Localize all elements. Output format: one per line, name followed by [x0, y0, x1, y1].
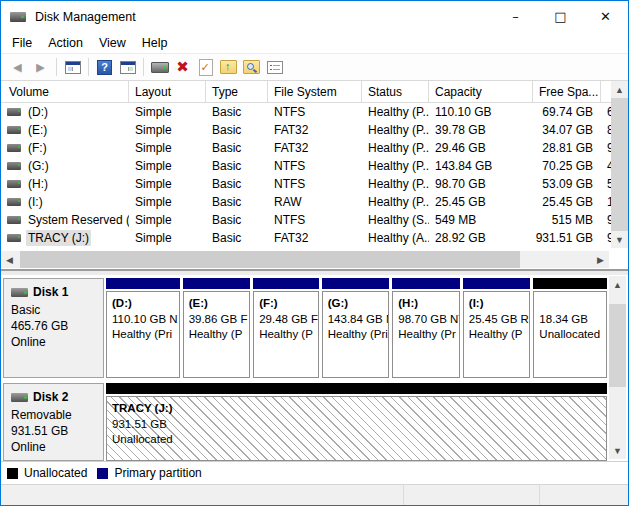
action-pane-button[interactable]: [116, 56, 139, 78]
column-header-type[interactable]: Type: [206, 81, 268, 102]
partition-label: (F:): [259, 296, 316, 312]
menu-item-help[interactable]: Help: [134, 34, 176, 52]
graphical-view: Disk 1Basic465.76 GBOnline(D:)110.10 GB …: [1, 275, 628, 461]
back-button[interactable]: [6, 56, 29, 78]
open-folder-icon: [220, 60, 237, 74]
status-cell: Healthy (S...: [362, 211, 429, 229]
partition-tracy-j[interactable]: TRACY (J:)931.51 GBUnallocated: [106, 383, 607, 461]
partition-color-bar: [106, 278, 180, 289]
scrollbar-thumb[interactable]: [611, 98, 628, 231]
action-pane-icon: [120, 61, 136, 74]
partition-color-bar: [392, 278, 460, 289]
drive-status-button[interactable]: [148, 56, 171, 78]
menu-item-file[interactable]: File: [4, 34, 40, 52]
list-vertical-scrollbar[interactable]: ▲ ▼: [611, 81, 628, 248]
table-row[interactable]: (E:)SimpleBasicFAT32Healthy (P...39.78 G…: [1, 121, 628, 139]
console-tree-button[interactable]: [61, 56, 84, 78]
status-cell: Healthy (P...: [362, 175, 429, 193]
disk-info-panel[interactable]: Disk 2Removable931.51 GBOnline: [3, 383, 104, 461]
list-horizontal-scrollbar[interactable]: ◀ ▶: [1, 251, 609, 268]
forward-icon: [34, 58, 48, 76]
partition-e[interactable]: (E:)39.86 GB FHealthy (P: [183, 278, 251, 378]
table-row[interactable]: (F:)SimpleBasicFAT32Healthy (P...29.46 G…: [1, 139, 628, 157]
partition-size: 39.86 GB F: [189, 312, 248, 328]
free-space-cell: 25.45 GB: [533, 193, 601, 211]
table-row[interactable]: (G:)SimpleBasicNTFSHealthy (P...143.84 G…: [1, 157, 628, 175]
type-cell: Basic: [206, 193, 268, 211]
delete-volume-icon: [176, 58, 189, 76]
console-tree-icon: [65, 61, 81, 74]
help-button[interactable]: [93, 56, 116, 78]
column-header-layout[interactable]: Layout: [129, 81, 206, 102]
partition-label: [539, 296, 604, 312]
check-document-button[interactable]: [194, 56, 217, 78]
percent-free-cell: 8: [601, 121, 611, 139]
capacity-cell: 98.70 GB: [429, 175, 533, 193]
scrollbar-thumb[interactable]: [609, 304, 626, 387]
disk-info-panel[interactable]: Disk 1Basic465.76 GBOnline: [3, 278, 104, 378]
percent-free-cell: 4: [601, 157, 611, 175]
check-document-icon: [199, 59, 213, 76]
partition-status: Healthy (Pri: [328, 327, 387, 343]
graphical-vertical-scrollbar[interactable]: ▲ ▼: [609, 276, 626, 459]
properties-button[interactable]: [263, 56, 286, 78]
column-header-partial[interactable]: [601, 81, 611, 102]
filesystem-cell: RAW: [268, 193, 362, 211]
type-cell: Basic: [206, 229, 268, 247]
menu-item-action[interactable]: Action: [40, 34, 91, 52]
delete-volume-button[interactable]: [171, 56, 194, 78]
volume-label: System Reserved (...: [26, 212, 129, 228]
scrollbar-thumb[interactable]: [20, 251, 520, 268]
partition-color-bar: [253, 278, 319, 289]
table-row[interactable]: (I:)SimpleBasicRAWHealthy (P...25.45 GB2…: [1, 193, 628, 211]
partition-size: 143.84 GB N: [328, 312, 387, 328]
partition-i[interactable]: (I:)25.45 GB RHealthy (P: [463, 278, 531, 378]
explore-folder-button[interactable]: [240, 56, 263, 78]
filesystem-cell: FAT32: [268, 121, 362, 139]
app-disk-icon: [10, 12, 26, 22]
toolbar: [1, 53, 628, 81]
column-header-volume[interactable]: Volume: [1, 81, 129, 102]
open-folder-button[interactable]: [217, 56, 240, 78]
scroll-left-icon[interactable]: ◀: [1, 251, 18, 268]
volume-label: (D:): [26, 104, 50, 120]
type-cell: Basic: [206, 175, 268, 193]
table-row[interactable]: System Reserved (...SimpleBasicNTFSHealt…: [1, 211, 628, 229]
partition-status: Healthy (P: [189, 327, 248, 343]
partition-h[interactable]: (H:)98.70 GB NTHealthy (Pr: [392, 278, 460, 378]
partition-body: (F:)29.48 GB FHealthy (P: [253, 291, 319, 378]
column-header-capacity[interactable]: Capacity: [429, 81, 533, 102]
partition-d[interactable]: (D:)110.10 GB NHealthy (Pri: [106, 278, 180, 378]
minimize-button[interactable]: –: [493, 1, 538, 32]
capacity-cell: 110.10 GB: [429, 103, 533, 121]
partition-label: (D:): [112, 296, 177, 312]
partition-f[interactable]: (F:)29.48 GB FHealthy (P: [253, 278, 319, 378]
scroll-down-icon[interactable]: ▼: [609, 442, 626, 459]
menu-item-view[interactable]: View: [91, 34, 134, 52]
scroll-up-icon[interactable]: ▲: [609, 276, 626, 293]
partition-size: 931.51 GB: [112, 417, 604, 433]
scroll-down-icon[interactable]: ▼: [611, 231, 628, 248]
forward-button[interactable]: [29, 56, 52, 78]
column-header-free-spa[interactable]: Free Spa...: [533, 81, 601, 102]
table-row[interactable]: (D:)SimpleBasicNTFSHealthy (P...110.10 G…: [1, 103, 628, 121]
layout-cell: Simple: [129, 103, 206, 121]
scroll-up-icon[interactable]: ▲: [611, 81, 628, 98]
free-space-cell: 931.51 GB: [533, 229, 601, 247]
column-header-status[interactable]: Status: [362, 81, 429, 102]
partition-strip: TRACY (J:)931.51 GBUnallocated: [106, 383, 607, 461]
capacity-cell: 29.46 GB: [429, 139, 533, 157]
table-row[interactable]: TRACY (J:)SimpleBasicFAT32Healthy (A...2…: [1, 229, 628, 247]
scroll-right-icon[interactable]: ▶: [592, 251, 609, 268]
close-button[interactable]: ✕: [583, 1, 628, 32]
free-space-cell: 28.81 GB: [533, 139, 601, 157]
partition-g[interactable]: (G:)143.84 GB NHealthy (Pri: [322, 278, 390, 378]
column-header-file-system[interactable]: File System: [268, 81, 362, 102]
layout-cell: Simple: [129, 193, 206, 211]
disk-name: Disk 1: [11, 284, 103, 300]
table-row[interactable]: (H:)SimpleBasicNTFSHealthy (P...98.70 GB…: [1, 175, 628, 193]
window-controls: – □ ✕: [493, 1, 628, 32]
maximize-button[interactable]: □: [538, 1, 583, 32]
status-section: [1, 485, 403, 506]
partition-unallocated[interactable]: 18.34 GBUnallocated: [533, 278, 607, 378]
